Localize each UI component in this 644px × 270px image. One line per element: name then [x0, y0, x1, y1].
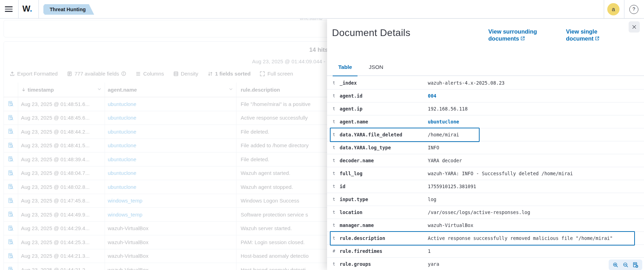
- export-formatted-button[interactable]: Export Formatted: [9, 71, 58, 77]
- close-icon[interactable]: [629, 21, 640, 33]
- divider: [38, 0, 39, 19]
- inspect-document-icon[interactable]: [3, 139, 18, 152]
- agent-name-link[interactable]: windows_temp: [108, 212, 142, 218]
- chevron-down-icon[interactable]: [228, 87, 233, 93]
- field-name: location: [340, 209, 428, 215]
- inspect-document-icon[interactable]: [3, 194, 18, 208]
- field-value: YARA_decoder: [428, 158, 641, 163]
- inspect-document-icon[interactable]: [3, 97, 18, 111]
- tab-json[interactable]: JSON: [363, 58, 389, 76]
- column-header-timestamp[interactable]: timestamp: [18, 83, 105, 97]
- wazuh-logo[interactable]: W.: [22, 4, 32, 14]
- agent-name-link[interactable]: ubuntuclone: [108, 101, 136, 107]
- sort-icon: [207, 71, 213, 77]
- field-value: 1755910125.381091: [428, 184, 641, 189]
- timestamp-cell: Aug 23, 2025 @ 01:48:39.4...: [18, 152, 105, 166]
- inspect-document-icon[interactable]: [3, 235, 18, 249]
- fields-icon: [67, 71, 72, 77]
- field-value[interactable]: 004: [428, 93, 641, 99]
- field-type-icon: #: [333, 249, 340, 254]
- density-icon: [173, 71, 179, 77]
- field-type-icon: t: [333, 223, 340, 228]
- agent-name-link[interactable]: ubuntuclone: [108, 156, 136, 162]
- inspect-document-icon[interactable]: [3, 125, 18, 138]
- agent-name-link[interactable]: ubuntuclone: [108, 129, 136, 135]
- field-type-icon: t: [333, 197, 340, 202]
- field-name: agent.id: [340, 93, 428, 99]
- inspect-document-icon[interactable]: [3, 222, 18, 235]
- add-document-icon[interactable]: [632, 262, 638, 268]
- flyout-title: Document Details: [332, 27, 410, 38]
- timestamp-cell: Aug 23, 2025 @ 01:44:25.3...: [18, 235, 105, 249]
- field-value[interactable]: ubuntuclone: [428, 119, 641, 125]
- menu-icon[interactable]: [4, 5, 13, 13]
- field-row-highlighted: t rule.description Active response succe…: [327, 232, 644, 245]
- fullscreen-label: Full screen: [267, 71, 293, 77]
- field-row: t rule.groups yara: [327, 258, 644, 270]
- full-screen-button[interactable]: Full screen: [260, 71, 293, 77]
- inspect-document-icon[interactable]: [3, 111, 18, 125]
- field-name: full_log: [340, 171, 428, 176]
- density-button[interactable]: Density: [173, 71, 198, 77]
- avatar[interactable]: a: [607, 3, 620, 15]
- chevron-down-icon[interactable]: [97, 87, 102, 93]
- agent-name-text: wazuh-VirtualBox: [108, 267, 148, 270]
- agent-name-link[interactable]: ubuntuclone: [108, 142, 136, 148]
- divider: [624, 0, 624, 19]
- divider: [604, 0, 604, 19]
- grid-toolbar: Export Formatted 777 available fields Co…: [9, 71, 293, 77]
- available-fields-button[interactable]: 777 available fields: [67, 71, 127, 77]
- field-row: t agent.ip 192.168.56.118: [327, 102, 644, 115]
- field-type-icon: t: [333, 106, 340, 111]
- description-header-label: rule.description: [241, 87, 280, 93]
- field-type-icon: t: [333, 158, 340, 163]
- field-type-icon: t: [333, 93, 340, 98]
- tab-table[interactable]: Table: [333, 58, 358, 76]
- column-header-agent-name[interactable]: agent.name: [105, 83, 236, 97]
- field-value: wazuh-alerts-4.x-2025.08.23: [428, 80, 641, 86]
- field-name: rule.firedtimes: [340, 248, 428, 254]
- agent-name-link[interactable]: ubuntuclone: [108, 170, 136, 176]
- zoom-out-icon[interactable]: [623, 262, 629, 268]
- field-name: manager.name: [340, 222, 428, 228]
- field-row: t agent.id 004: [327, 90, 644, 102]
- agent-name-text: wazuh-VirtualBox: [108, 253, 148, 259]
- inspect-document-icon[interactable]: [3, 249, 18, 263]
- field-row: t id 1755910125.381091: [327, 180, 644, 193]
- view-surrounding-documents-link[interactable]: View surrounding documents: [488, 28, 551, 42]
- fields-sorted-label: 1 fields sorted: [215, 71, 251, 77]
- export-label: Export Formatted: [17, 71, 58, 77]
- field-row-highlighted: t data.YARA.file_deleted /home/mirai: [327, 128, 644, 141]
- info-icon: [121, 71, 126, 76]
- field-name: id: [340, 184, 428, 189]
- columns-button[interactable]: Columns: [135, 71, 164, 77]
- agent-name-link[interactable]: windows_temp: [108, 198, 142, 204]
- timestamp-cell: Aug 23, 2025 @ 01:44:29.4...: [18, 222, 105, 235]
- help-icon[interactable]: ?: [629, 5, 638, 14]
- zoom-in-icon[interactable]: [613, 262, 618, 268]
- hits-count: 14 hits: [309, 47, 327, 54]
- field-name: agent.ip: [340, 106, 428, 112]
- top-navbar: W. Threat Hunting a ?: [0, 0, 644, 19]
- header-icon-col: [3, 83, 18, 97]
- fields-sorted-button[interactable]: 1 fields sorted: [207, 71, 251, 77]
- field-value: 192.168.56.118: [428, 106, 641, 112]
- inspect-document-icon[interactable]: [3, 166, 18, 180]
- breadcrumb-threat-hunting[interactable]: Threat Hunting: [43, 4, 94, 15]
- field-type-icon: t: [333, 184, 340, 189]
- agent-name-link[interactable]: ubuntuclone: [108, 184, 136, 190]
- field-row: t agent.name ubuntuclone: [327, 115, 644, 128]
- field-name: decoder.name: [340, 158, 428, 163]
- view-single-document-link[interactable]: View single document: [566, 28, 610, 42]
- export-icon: [9, 71, 15, 77]
- inspect-document-icon[interactable]: [3, 180, 18, 194]
- fields-label: 777 available fields: [75, 71, 119, 77]
- field-name: data.YARA.log_type: [340, 145, 428, 150]
- inspect-document-icon[interactable]: [3, 263, 18, 270]
- time-range-label: Aug 23, 2025 @ 01:44:09.044 -: [0, 58, 325, 64]
- agent-name-text: wazuh-VirtualBox: [108, 239, 148, 245]
- inspect-document-icon[interactable]: [3, 208, 18, 221]
- agent-name-link[interactable]: ubuntuclone: [108, 115, 136, 121]
- timestamp-cell: Aug 23, 2025 @ 01:47:45.8...: [18, 194, 105, 208]
- inspect-document-icon[interactable]: [3, 152, 18, 166]
